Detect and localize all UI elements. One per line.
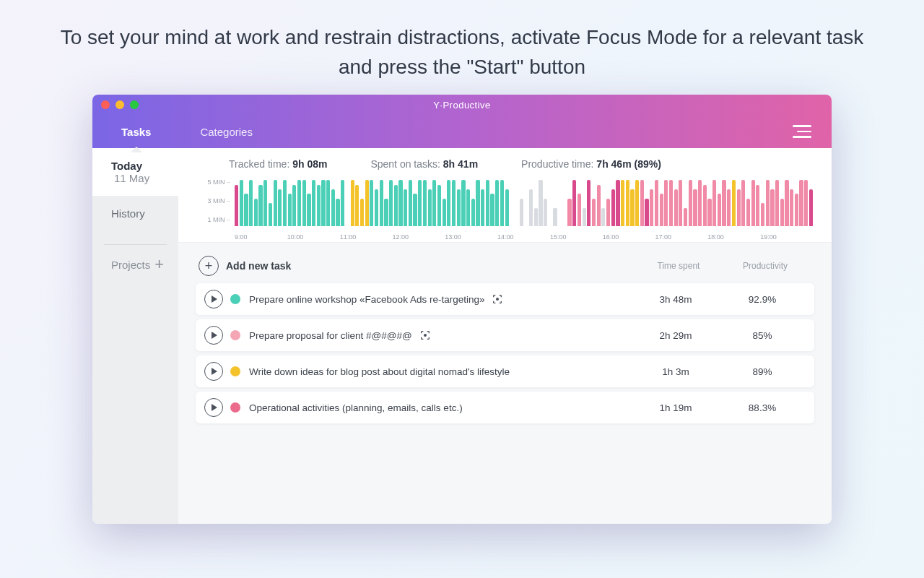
add-task-label: Add new task [226, 260, 291, 272]
chart-bar [741, 180, 745, 226]
chart-bar [587, 180, 590, 226]
task-color-dot [230, 294, 240, 304]
sidebar-projects-label: Projects [111, 259, 150, 271]
chart-bar [799, 180, 803, 226]
chart-bar [240, 180, 243, 226]
sidebar-item-today[interactable]: Today 11 May [92, 148, 178, 196]
minimize-window-button[interactable] [116, 100, 124, 109]
task-productivity: 92.9% [719, 294, 806, 305]
sidebar-item-history[interactable]: History [92, 196, 178, 231]
chart-bar [809, 189, 813, 226]
chart-bar [664, 180, 668, 226]
focus-mode-icon[interactable] [419, 329, 431, 341]
chart-bar [727, 189, 731, 226]
chart-bar [394, 185, 398, 227]
tab-tasks[interactable]: Tasks [121, 117, 151, 147]
close-window-button[interactable] [101, 100, 110, 109]
chart-bar [258, 185, 262, 227]
add-task-button[interactable]: + [199, 256, 219, 276]
app-window: Y·Productive Tasks Categories Today 11 M… [92, 95, 832, 524]
chart-bar [351, 180, 354, 226]
chart-bar [302, 180, 306, 226]
chart-bar [341, 180, 344, 226]
chart-bar [592, 199, 596, 226]
chart-bar [630, 189, 634, 226]
focus-mode-icon[interactable] [492, 293, 503, 305]
add-project-button[interactable]: + [154, 256, 164, 272]
task-row[interactable]: Operational activities (planning, emails… [196, 392, 814, 423]
window-title: Y·Productive [92, 100, 832, 111]
chart-bar [418, 180, 422, 226]
chart-bar [490, 194, 494, 226]
play-button[interactable] [204, 290, 223, 309]
chart-bar [660, 194, 663, 226]
sidebar-today-date: 11 May [114, 172, 149, 184]
chart-bar [737, 189, 741, 226]
chart-bar [761, 203, 764, 226]
chart-bar [544, 199, 547, 226]
chart-bar [423, 180, 427, 226]
task-productivity: 85% [719, 330, 806, 341]
task-row[interactable]: Prepare proposal for client #@#@#@2h 29m… [196, 319, 814, 351]
zoom-window-button[interactable] [130, 100, 139, 109]
chart-bar [486, 180, 489, 226]
stat-tracked: Tracked time: 9h 08m [229, 158, 327, 170]
tab-categories[interactable]: Categories [200, 117, 253, 147]
task-color-dot [230, 366, 240, 376]
task-row[interactable]: Prepare online workshop «Facebook Ads re… [196, 283, 814, 315]
task-color-dot [230, 330, 240, 340]
task-row[interactable]: Write down ideas for blog post about dig… [196, 355, 814, 387]
task-time-spent: 1h 3m [632, 366, 719, 377]
chart-bar [529, 189, 533, 226]
chart-bar [645, 199, 648, 226]
chart-bar [288, 194, 292, 226]
chart-bar [597, 185, 601, 227]
stat-spent: Spent on tasks: 8h 41m [370, 158, 478, 170]
window-titlebar: Y·Productive [92, 95, 832, 115]
chart-bar [457, 189, 461, 226]
chart-bar [553, 208, 557, 227]
chart-bar [674, 189, 678, 226]
play-button[interactable] [204, 326, 223, 345]
task-title: Operational activities (planning, emails… [249, 402, 463, 413]
chart-bar [360, 199, 364, 226]
column-header-productivity: Productivity [722, 261, 808, 271]
chart-bar [766, 180, 770, 226]
chart-bar [447, 180, 450, 226]
task-productivity: 89% [719, 366, 806, 377]
play-button[interactable] [204, 398, 223, 417]
chart-bar [718, 194, 721, 226]
sidebar-today-label: Today [111, 160, 142, 172]
chart-bar [389, 180, 393, 226]
menu-icon[interactable] [793, 125, 811, 138]
sidebar: Today 11 May History Projects + [92, 148, 178, 524]
page-caption: To set your mind at work and restrain di… [0, 0, 924, 95]
chart-bar [317, 185, 321, 227]
task-list: + Add new task Time spent Productivity P… [178, 243, 832, 439]
chart-bar [578, 194, 581, 226]
chart-bar [684, 208, 687, 227]
play-button[interactable] [204, 362, 223, 381]
chart-bar [481, 189, 484, 226]
chart-bar [466, 189, 470, 226]
chart-bar [650, 189, 653, 226]
chart-bar [443, 199, 446, 226]
chart-bar [611, 189, 615, 226]
chart-bar [539, 180, 542, 226]
column-header-time: Time spent [635, 261, 722, 271]
chart-bar [297, 180, 301, 226]
chart-bar [355, 185, 359, 227]
task-time-spent: 1h 19m [632, 402, 719, 413]
chart-bar [775, 180, 779, 226]
task-productivity: 88.3% [719, 402, 806, 413]
chart-bar [235, 185, 238, 227]
chart-bar [601, 208, 605, 227]
chart-bar [770, 189, 774, 226]
sidebar-section-projects: Projects + [92, 245, 178, 284]
chart-bar [432, 180, 436, 226]
chart-bar [398, 180, 402, 226]
chart-bar [249, 180, 253, 226]
chart-bar [804, 180, 808, 226]
task-color-dot [230, 402, 240, 413]
top-nav: Tasks Categories [92, 115, 832, 148]
